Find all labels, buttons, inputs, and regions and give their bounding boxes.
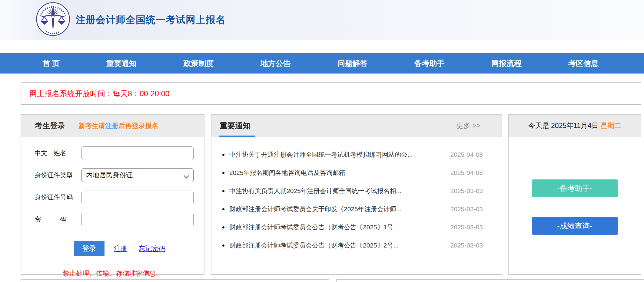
name-row: 中文 姓名 — [35, 146, 204, 160]
login-subtitle-suffix: 后再登录报名 — [118, 122, 158, 130]
nav-item-important-notices[interactable]: 重要通知 — [106, 58, 137, 68]
password-label: 密 码 — [35, 215, 81, 224]
register-inline-link[interactable]: 注册 — [105, 122, 118, 130]
notices-title: 重要通知 — [220, 121, 250, 131]
notice-link[interactable]: 财政部注册会计师考试委员会关于印发《2025年注册会计师... — [229, 205, 443, 213]
nav-item-policies[interactable]: 政策制度 — [183, 58, 214, 68]
login-subtitle-prefix: 新考生请 — [78, 122, 105, 130]
id-number-row: 身份证件号码 — [35, 190, 204, 204]
next-section-left-cutoff — [21, 279, 329, 282]
main-nav: 首 页 重要通知 政策制度 地方公告 问题解答 备考助手 网报流程 考区信息 — [0, 53, 644, 74]
list-item[interactable]: 财政部注册会计师考试委员会公告（财考公告〔2025〕1号... 2025-03-… — [211, 218, 502, 236]
bullet-icon — [222, 208, 224, 210]
security-warning-text: 禁止处理、传输、存储涉密信息。 — [21, 269, 204, 278]
sidebar-panel: 今天是 2025年11月4日 星期二 -备考助手- -成绩查询- — [508, 114, 641, 275]
id-number-input[interactable] — [81, 191, 194, 204]
bullet-icon — [222, 172, 224, 174]
chinese-name-input[interactable] — [81, 146, 194, 160]
nav-item-faq[interactable]: 问题解答 — [337, 58, 368, 68]
login-title: 考生登录 — [35, 121, 65, 131]
id-number-label: 身份证件号码 — [35, 193, 81, 202]
score-inquiry-button[interactable]: -成绩查询- — [532, 217, 618, 235]
nav-item-home[interactable]: 首 页 — [42, 58, 60, 68]
login-panel: 考生登录 新考生请注册后再登录报名 中文 姓名 身份证件类型 内地居民身份证 身… — [21, 114, 204, 275]
more-link[interactable]: 更多 >> — [456, 121, 480, 130]
notice-date: 2025-03-03 — [450, 187, 483, 195]
forgot-password-link[interactable]: 忘记密码 — [139, 244, 165, 253]
list-item[interactable]: 财政部注册会计师考试委员会公告（财考公告〔2025〕2号... 2025-03-… — [211, 236, 502, 254]
important-notices-panel: 重要通知 更多 >> 中注协关于开通注册会计师全国统一考试机考模拟练习网站的公.… — [211, 114, 502, 275]
date-header: 今天是 2025年11月4日 星期二 — [509, 115, 641, 137]
id-type-select[interactable]: 内地居民身份证 — [81, 168, 194, 182]
id-type-row: 身份证件类型 内地居民身份证 — [35, 168, 204, 182]
login-actions: 登录 注册 忘记密码 — [74, 241, 204, 256]
nav-item-exam-area-info[interactable]: 考区信息 — [568, 58, 599, 68]
notices-panel-header: 重要通知 更多 >> — [211, 115, 502, 137]
notice-date: 2025-03-03 — [450, 242, 483, 249]
notice-link[interactable]: 中注协关于开通注册会计师全国统一考试机考模拟练习网站的公... — [229, 150, 443, 159]
register-link[interactable]: 注册 — [114, 244, 127, 253]
notice-date: 2025-04-08 — [450, 169, 483, 176]
nav-item-local-announcements[interactable]: 地方公告 — [260, 58, 290, 68]
name-label: 中文 姓名 — [35, 149, 81, 157]
exam-prep-helper-button[interactable]: -备考助手- — [532, 179, 618, 197]
list-item[interactable]: 中注协关于开通注册会计师全国统一考试机考模拟练习网站的公... 2025-04-… — [211, 146, 502, 164]
login-panel-header: 考生登录 新考生请注册后再登录报名 — [21, 115, 204, 137]
cicpa-logo-icon — [35, 1, 71, 37]
nav-item-online-registration-process[interactable]: 网报流程 — [491, 58, 522, 68]
sidebar-body: -备考助手- -成绩查询- — [509, 137, 641, 235]
bullet-icon — [222, 154, 224, 156]
system-hours-text: 网上报名系统开放时间：每天8：00-20:00 — [29, 89, 170, 99]
id-type-selected-value: 内地居民身份证 — [86, 171, 133, 180]
login-subtitle: 新考生请注册后再登录报名 — [78, 121, 158, 130]
list-item[interactable]: 2025年报名期间各地咨询电话及咨询邮箱 2025-04-08 — [211, 164, 502, 182]
next-section-right-cutoff — [336, 279, 644, 282]
notice-link[interactable]: 中注协有关负责人就2025年注册会计师全国统一考试报名相... — [229, 187, 443, 195]
active-tab-indicator — [219, 136, 255, 137]
notices-list: 中注协关于开通注册会计师全国统一考试机考模拟练习网站的公... 2025-04-… — [211, 137, 502, 254]
password-row: 密 码 — [35, 212, 204, 226]
id-type-label: 身份证件类型 — [35, 171, 81, 179]
notice-link[interactable]: 财政部注册会计师考试委员会公告（财考公告〔2025〕2号... — [229, 241, 443, 250]
list-item[interactable]: 中注协有关负责人就2025年注册会计师全国统一考试报名相... 2025-03-… — [211, 182, 502, 200]
today-date-text: 今天是 2025年11月4日 星期二 — [528, 121, 622, 130]
list-item[interactable]: 财政部注册会计师考试委员会关于印发《2025年注册会计师... 2025-03-… — [211, 200, 502, 218]
today-date: 今天是 2025年11月4日 — [528, 122, 601, 130]
system-hours-notice: 网上报名系统开放时间：每天8：00-20:00 — [21, 82, 641, 105]
notice-date: 2025-04-08 — [450, 151, 483, 158]
weekday-text: 星期二 — [600, 122, 621, 130]
top-banner: 注册会计师全国统一考试网上报名 — [0, 0, 644, 40]
chevron-down-icon — [184, 173, 189, 178]
login-form: 中文 姓名 身份证件类型 内地居民身份证 身份证件号码 密 码 登录 注册 忘记… — [21, 137, 204, 278]
site-title: 注册会计师全国统一考试网上报名 — [76, 0, 226, 40]
notice-link[interactable]: 财政部注册会计师考试委员会公告（财考公告〔2025〕1号... — [229, 223, 443, 231]
bullet-icon — [222, 226, 224, 228]
bullet-icon — [222, 190, 224, 192]
password-input[interactable] — [81, 213, 194, 226]
notice-date: 2025-03-03 — [450, 224, 483, 231]
notice-date: 2025-03-03 — [450, 205, 483, 213]
notice-link[interactable]: 2025年报名期间各地咨询电话及咨询邮箱 — [229, 169, 443, 177]
login-button[interactable]: 登录 — [74, 241, 105, 256]
nav-item-exam-prep-helper[interactable]: 备考助手 — [414, 58, 445, 68]
bullet-icon — [222, 244, 224, 247]
